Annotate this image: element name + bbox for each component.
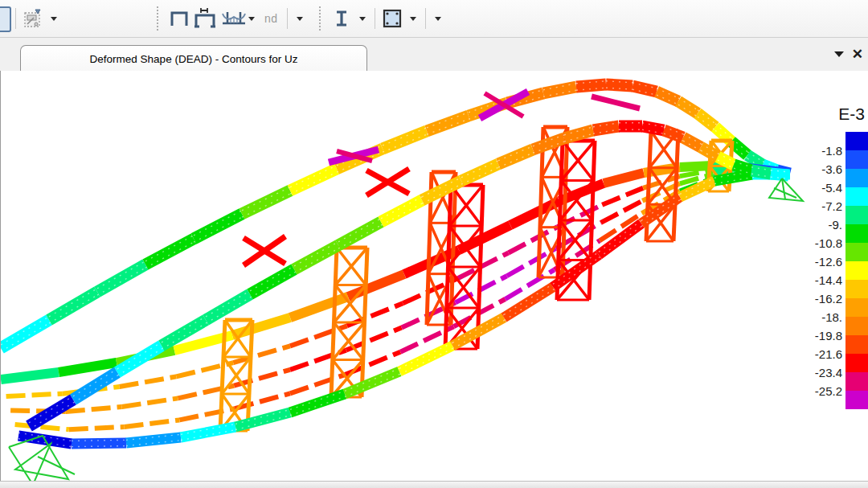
legend-color-band: [845, 169, 868, 187]
arch-rib-near: [250, 269, 294, 294]
legend-color-band: [845, 150, 868, 169]
bridge-template-icon: [193, 6, 219, 31]
arch-rib-near: [701, 147, 718, 157]
legend-color-band: [845, 298, 868, 317]
arch-rib-far: [290, 169, 337, 191]
arch-rib-far: [606, 84, 633, 86]
deck-chord-near: [235, 412, 290, 427]
arch-rib-near: [664, 130, 683, 137]
arch-rib-near: [734, 165, 751, 170]
arch-rib-far: [145, 239, 194, 265]
deck-chord-far: [1, 372, 59, 379]
contour-legend-bar: [845, 132, 868, 409]
arch-rib-near: [683, 137, 701, 147]
arch-rib-far: [383, 131, 427, 149]
legend-value-label: -25.2: [805, 384, 842, 398]
i-section-button[interactable]: [330, 5, 354, 32]
frame-section-button[interactable]: [380, 5, 404, 32]
toolbar-dropdown-icon[interactable]: [297, 17, 303, 21]
arch-rib-far: [194, 214, 242, 239]
deck-stringer: [125, 420, 180, 427]
bottom-scroll-strip: [0, 481, 868, 488]
suspension-bridge-template-button[interactable]: [220, 5, 248, 32]
arch-rib-near: [498, 150, 533, 164]
frame-section-dropdown-icon[interactable]: [410, 17, 416, 21]
deck-stringer: [179, 408, 235, 420]
legend-color-band: [845, 224, 868, 243]
arch-rib-near: [206, 294, 250, 320]
arch-rib-near: [718, 157, 734, 165]
deck-stringer: [233, 346, 290, 363]
toolbar-separator: [375, 8, 375, 29]
close-icon[interactable]: ✕: [852, 47, 863, 61]
legend-value-label: -9.: [805, 218, 842, 232]
chevron-down-icon[interactable]: [834, 51, 844, 57]
deck-stringer: [122, 398, 178, 407]
i-section-dropdown-icon[interactable]: [359, 17, 366, 21]
arch-rib-far: [576, 84, 606, 87]
toolbar-dropdown-icon[interactable]: [435, 17, 441, 21]
suspension-bridge-template-icon: [220, 6, 248, 31]
support-symbol-right: [769, 178, 803, 201]
display-options-button[interactable]: [21, 5, 45, 32]
deck-stringer: [69, 427, 125, 429]
legend-color-band: [845, 391, 868, 409]
i-section-icon: [330, 7, 353, 30]
legend-color-band: [845, 317, 868, 335]
arch-rib-far: [1, 320, 49, 348]
tab-strip: Deformed Shape (DEAD) - Contours for Uz …: [0, 37, 868, 72]
legend-color-band: [845, 132, 868, 150]
legend-color-band: [845, 280, 868, 298]
arch-rib-near: [73, 372, 117, 400]
legend-value-label: -18.: [805, 310, 842, 324]
toolbar-separator: [15, 8, 16, 29]
portal-frame-template-button[interactable]: [167, 5, 191, 32]
arch-rib-near: [381, 200, 422, 222]
legend-color-band: [845, 187, 868, 206]
legend-value-label: -7.2: [805, 199, 842, 213]
arch-rib-far: [97, 265, 145, 292]
model-view-canvas[interactable]: [0, 71, 868, 481]
display-options-dropdown-icon[interactable]: [51, 17, 57, 21]
application-window: nd Deformed Shape (DEAD) - Contours for …: [0, 0, 868, 488]
tab-deformed-shape[interactable]: Deformed Shape (DEAD) - Contours for Uz: [20, 45, 367, 72]
arch-sway-frame: [592, 96, 640, 109]
legend-color-band: [845, 206, 868, 224]
toolbar-separator: [425, 8, 426, 29]
tower-post: [674, 131, 678, 241]
legend-color-band: [845, 335, 868, 354]
toolbar-grip: [319, 6, 324, 31]
legend-value-label: -12.6: [805, 255, 842, 269]
arch-rib-near: [294, 245, 338, 269]
legend-color-band: [845, 354, 868, 372]
arch-rib-near: [533, 138, 564, 150]
arch-rib-near: [564, 130, 593, 138]
toolbar-separator: [287, 8, 288, 29]
deck-chord-near: [126, 437, 181, 443]
deck-stringer: [66, 407, 122, 412]
arch-rib-near: [642, 126, 664, 130]
clipped-icon[interactable]: [0, 6, 11, 32]
arch-rib-far: [49, 292, 97, 320]
arch-rib-near: [593, 126, 619, 130]
deck-chord-far: [604, 173, 644, 183]
arch-rib-near: [338, 222, 381, 245]
arch-rib-far: [543, 87, 576, 93]
deck-chord-near: [345, 371, 399, 394]
arch-rib-far: [698, 113, 715, 127]
deck-stringer: [120, 376, 177, 387]
deck-chord-near: [181, 427, 235, 437]
bridge-model: [1, 71, 868, 481]
bridge-template-button[interactable]: [193, 5, 219, 32]
tower-post: [248, 320, 252, 431]
arch-rib-far: [678, 101, 698, 113]
legend-value-label: -19.8: [805, 329, 842, 342]
portal-frame-template-icon: [167, 6, 191, 31]
deck-chord-far: [680, 166, 712, 167]
frame-section-icon: [380, 6, 404, 31]
bridge-template-dropdown-icon[interactable]: [248, 17, 255, 21]
deck-stringer: [6, 394, 63, 396]
toolbar-grip: [157, 6, 162, 31]
toolbar: nd: [0, 0, 868, 38]
legend-value-label: -16.2: [805, 292, 842, 306]
